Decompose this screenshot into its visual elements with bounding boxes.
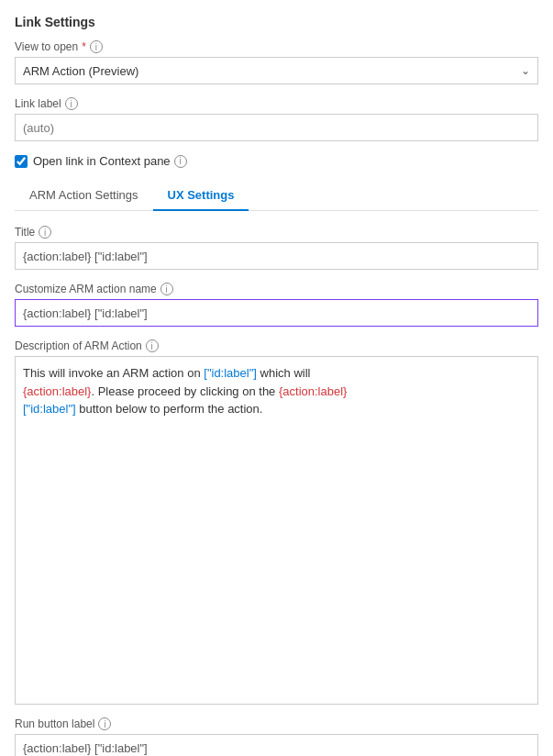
customize-arm-info-icon[interactable]: i: [160, 283, 173, 295]
open-context-checkbox[interactable]: [15, 155, 28, 168]
desc-line1-blue: ["id:label"]: [204, 366, 257, 380]
description-textarea-wrapper: This will invoke an ARM action on ["id:l…: [15, 356, 538, 705]
desc-line2-red2: {action:label}: [279, 384, 347, 398]
view-to-open-dropdown[interactable]: ARM Action (Preview) ⌄: [15, 57, 538, 84]
desc-line2-red: {action:label}: [23, 384, 91, 398]
customize-arm-label: Customize ARM action name i: [15, 283, 538, 295]
open-context-info-icon[interactable]: i: [174, 155, 187, 168]
desc-line1-plain2: which will: [257, 366, 311, 380]
view-to-open-label: View to open * i: [15, 40, 538, 53]
tab-ux-settings[interactable]: UX Settings: [153, 181, 249, 211]
desc-line3-plain: button below to perform the action.: [76, 402, 263, 416]
dropdown-arrow-icon: ⌄: [521, 64, 530, 77]
run-button-label-text: Run button label: [15, 717, 94, 730]
title-input[interactable]: [15, 242, 538, 270]
title-field-info-icon[interactable]: i: [39, 226, 51, 239]
title-field-group: Title i: [15, 226, 538, 270]
tab-arm-action-settings[interactable]: ARM Action Settings: [15, 181, 153, 211]
customize-arm-input[interactable]: [15, 299, 538, 327]
view-to-open-value: ARM Action (Preview): [23, 64, 138, 78]
description-group: Description of ARM Action i This will in…: [15, 339, 538, 705]
run-button-label-info-icon[interactable]: i: [98, 717, 111, 730]
desc-line1-plain: This will invoke an ARM action on: [23, 366, 204, 380]
link-label-info-icon[interactable]: i: [65, 97, 78, 110]
link-label-group: Link label i: [15, 97, 538, 141]
run-button-label-group: Run button label i: [15, 717, 538, 756]
run-button-label-input[interactable]: [15, 734, 538, 756]
run-button-label-label: Run button label i: [15, 717, 538, 730]
desc-line2-plain: . Please proceed by clicking on the: [91, 384, 279, 398]
open-context-row: Open link in Context pane i: [15, 154, 538, 168]
customize-arm-group: Customize ARM action name i: [15, 283, 538, 327]
section-title: Link Settings: [15, 15, 538, 29]
description-textarea[interactable]: This will invoke an ARM action on ["id:l…: [15, 356, 538, 705]
link-label-input[interactable]: [15, 114, 538, 141]
title-field-label-text: Title: [15, 226, 35, 239]
view-to-open-info-icon[interactable]: i: [90, 40, 103, 53]
view-to-open-group: View to open * i ARM Action (Preview) ⌄: [15, 40, 538, 84]
customize-arm-label-text: Customize ARM action name: [15, 283, 157, 295]
open-context-label-text: Open link in Context pane: [33, 154, 171, 168]
description-label-text: Description of ARM Action: [15, 339, 142, 352]
link-label-label: Link label i: [15, 97, 538, 110]
tabs-row: ARM Action Settings UX Settings: [15, 181, 538, 211]
open-context-label: Open link in Context pane i: [33, 154, 187, 168]
required-star: *: [82, 40, 86, 53]
description-label: Description of ARM Action i: [15, 339, 538, 352]
title-field-label: Title i: [15, 226, 538, 239]
description-info-icon[interactable]: i: [146, 339, 159, 352]
desc-line3-blue: ["id:label"]: [23, 402, 76, 416]
link-label-text: Link label: [15, 97, 61, 110]
view-to-open-dropdown-wrapper: ARM Action (Preview) ⌄: [15, 57, 538, 84]
view-to-open-text: View to open: [15, 40, 78, 53]
